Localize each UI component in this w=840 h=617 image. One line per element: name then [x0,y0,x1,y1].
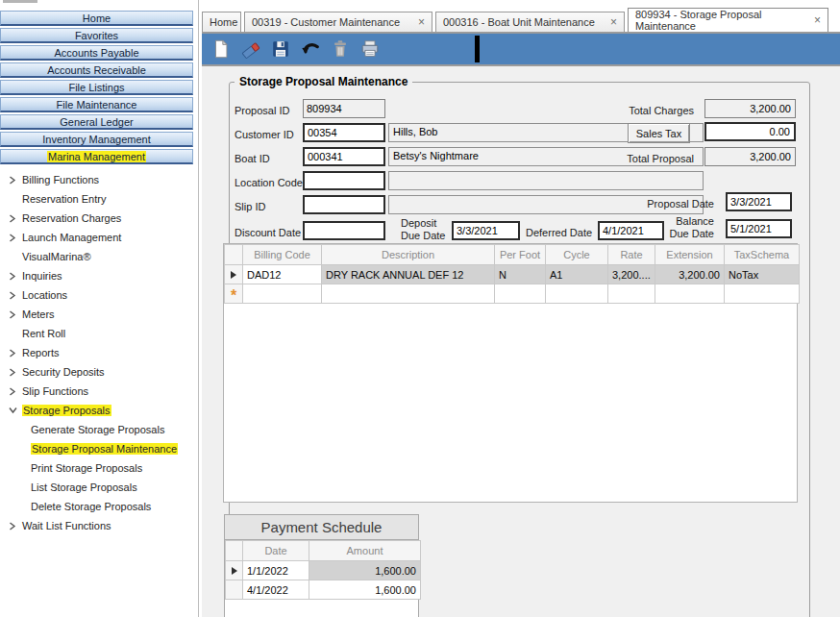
sidebar-header-general-ledger[interactable]: General Ledger [0,114,193,130]
total-charges-field [704,99,796,118]
sidebar-header-favorites[interactable]: Favorites [0,28,193,43]
cell-taxschema[interactable]: NoTax [725,265,800,284]
sidebar-header-accounts-payable[interactable]: Accounts Payable [0,45,193,61]
sidebar-item-list-storage-proposals[interactable]: List Storage Proposals [0,478,193,497]
sidebar-item-inquiries[interactable]: Inquiries [0,266,193,285]
cell-extension[interactable]: 3,200.00 [655,265,725,284]
column-header-date[interactable]: Date [243,541,309,561]
billing-grid: Billing Code Description Per Foot Cycle … [223,243,798,503]
chevron-right-icon[interactable] [9,310,20,319]
payment-schedule-panel: Payment Schedule Date Amount 1/1/2022 1,… [224,514,419,617]
chevron-right-icon[interactable] [9,272,20,281]
tab-boat-unit-maintenance[interactable]: 000316 - Boat Unit Maintenance × [435,12,625,32]
cell-rate[interactable]: 3,200.... [608,265,655,284]
erase-button[interactable] [238,37,263,62]
sidebar-header-inventory-management[interactable]: Inventory Management [0,132,193,147]
sidebar-item-reservation-entry[interactable]: Reservation Entry [0,189,193,209]
new-document-button[interactable] [209,37,234,62]
tab-storage-proposal-maintenance[interactable]: 809934 - Storage Proposal Maintenance × [628,8,828,32]
sidebar-item-security-deposits[interactable]: Security Deposits [0,362,193,382]
close-icon[interactable]: × [409,17,425,27]
chevron-right-icon[interactable] [9,522,20,531]
chevron-right-icon[interactable] [9,368,20,377]
document-tab-bar: Home × 00319 - Customer Maintenance × 00… [202,8,840,32]
billing-grid-new-row[interactable]: * [225,284,800,304]
chevron-right-icon[interactable] [9,214,20,223]
column-header-extension[interactable]: Extension [655,245,725,265]
proposal-date-field[interactable] [726,192,792,211]
billing-grid-row[interactable]: DAD12 DRY RACK ANNUAL DEF 12 N A1 3,200.… [225,265,800,284]
sidebar-item-billing-functions[interactable]: Billing Functions [0,170,193,189]
location-code-field[interactable] [303,171,385,190]
sidebar-item-locations[interactable]: Locations [0,285,193,305]
close-icon[interactable]: × [602,17,617,27]
tab-customer-maintenance[interactable]: 00319 - Customer Maintenance × [244,12,432,32]
new-document-icon [210,38,232,60]
cell-per-foot[interactable]: N [495,265,546,284]
sidebar-item-reservation-charges[interactable]: Reservation Charges [0,209,193,228]
sidebar-item-print-storage-proposals[interactable]: Print Storage Proposals [0,458,193,478]
slip-id-field[interactable] [303,195,385,214]
chevron-down-icon[interactable] [9,407,20,414]
column-header-rate[interactable]: Rate [608,245,655,265]
location-code-label: Location Code [235,177,303,188]
balance-due-date-field[interactable] [726,219,792,238]
sidebar-item-reports[interactable]: Reports [0,343,193,362]
chevron-right-icon[interactable] [9,176,20,185]
sidebar-item-storage-proposal-maintenance[interactable]: Storage Proposal Maintenance [0,439,193,458]
delete-button[interactable] [328,37,353,62]
close-icon[interactable]: × [805,15,821,25]
column-header-cycle[interactable]: Cycle [546,245,608,265]
column-header-description[interactable]: Description [322,245,495,265]
column-header-billing-code[interactable]: Billing Code [243,245,322,265]
sidebar-header-home[interactable]: Home [0,11,193,26]
sales-tax-button[interactable]: Sales Tax [628,123,690,143]
sidebar-splitter[interactable] [198,0,199,617]
sidebar-header-file-listings[interactable]: File Listings [0,80,193,95]
chevron-right-icon[interactable] [9,291,20,300]
cell-date[interactable]: 1/1/2022 [243,561,309,580]
sidebar-item-launch-management[interactable]: Launch Management [0,228,193,247]
print-button[interactable] [358,37,383,62]
cell-date[interactable]: 4/1/2022 [243,580,309,600]
column-header-amount[interactable]: Amount [309,541,421,561]
discount-date-field[interactable] [303,221,385,240]
column-header-per-foot[interactable]: Per Foot [495,245,546,265]
chevron-right-icon[interactable] [9,234,20,242]
payment-schedule-header-row: Date Amount [226,541,421,561]
save-floppy-icon [270,38,291,60]
sidebar-item-visualmarina[interactable]: VisualMarina® [0,247,193,266]
cell-amount[interactable]: 1,600.00 [309,561,421,580]
sidebar-header-accounts-receivable[interactable]: Accounts Receivable [0,62,193,78]
tab-home[interactable]: Home × [202,12,241,32]
undo-button[interactable] [298,37,323,62]
sidebar-item-delete-storage-proposals[interactable]: Delete Storage Proposals [0,497,193,516]
payment-schedule-title: Payment Schedule [225,515,418,540]
cell-billing-code[interactable]: DAD12 [243,265,322,284]
row-selector-header [226,541,243,561]
save-button[interactable] [268,37,293,62]
cell-description[interactable]: DRY RACK ANNUAL DEF 12 [322,265,495,284]
sidebar-item-slip-functions[interactable]: Slip Functions [0,382,193,401]
payment-schedule-row[interactable]: 1/1/2022 1,600.00 [226,561,421,580]
deposit-due-date-field[interactable] [452,221,520,240]
chevron-right-icon[interactable] [9,387,20,396]
cell-amount[interactable]: 1,600.00 [309,580,421,600]
column-header-taxschema[interactable]: TaxSchema [725,245,800,265]
sidebar-item-generate-storage-proposals[interactable]: Generate Storage Proposals [0,420,193,439]
sidebar-header-file-maintenance[interactable]: File Maintenance [0,97,193,112]
payment-schedule-row[interactable]: 4/1/2022 1,600.00 [226,580,421,600]
app-window: Home Favorites Accounts Payable Accounts… [0,0,840,617]
sidebar-header-marina-management[interactable]: Marina Management [0,149,193,164]
sidebar-item-wait-list-functions[interactable]: Wait List Functions [0,516,193,535]
sales-tax-field[interactable] [704,122,796,141]
sidebar-item-rent-roll[interactable]: Rent Roll [0,324,193,343]
cell-cycle[interactable]: A1 [546,265,608,284]
total-proposal-field [704,147,796,166]
customer-id-field[interactable] [303,123,385,142]
sidebar-item-meters[interactable]: Meters [0,305,193,324]
sidebar-item-storage-proposals[interactable]: Storage Proposals [0,401,193,420]
boat-id-field[interactable] [303,147,385,166]
proposal-id-field[interactable] [303,99,385,118]
chevron-right-icon[interactable] [9,349,20,358]
